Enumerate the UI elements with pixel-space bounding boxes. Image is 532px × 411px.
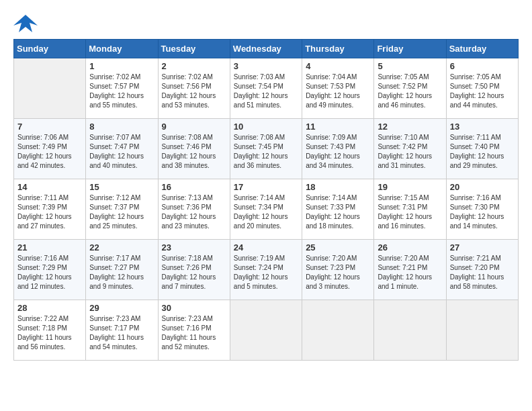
day-info: Sunrise: 7:03 AMSunset: 7:54 PMDaylight:… (234, 73, 298, 110)
day-info: Sunrise: 7:04 AMSunset: 7:53 PMDaylight:… (306, 73, 370, 110)
calendar-cell: 20Sunrise: 7:16 AMSunset: 7:30 PMDayligh… (446, 179, 518, 240)
calendar-cell: 18Sunrise: 7:14 AMSunset: 7:33 PMDayligh… (302, 179, 374, 240)
day-info: Sunrise: 7:20 AMSunset: 7:23 PMDaylight:… (306, 254, 370, 291)
day-number: 15 (89, 182, 154, 192)
calendar-cell: 6Sunrise: 7:05 AMSunset: 7:50 PMDaylight… (446, 58, 518, 119)
day-info: Sunrise: 7:09 AMSunset: 7:43 PMDaylight:… (306, 133, 370, 171)
calendar-cell: 26Sunrise: 7:20 AMSunset: 7:21 PMDayligh… (374, 240, 446, 300)
calendar-cell: 30Sunrise: 7:23 AMSunset: 7:16 PMDayligh… (158, 300, 230, 361)
day-info: Sunrise: 7:08 AMSunset: 7:46 PMDaylight:… (162, 133, 226, 171)
day-info: Sunrise: 7:14 AMSunset: 7:33 PMDaylight:… (306, 193, 370, 231)
calendar-cell: 27Sunrise: 7:21 AMSunset: 7:20 PMDayligh… (446, 240, 518, 300)
day-number: 23 (162, 242, 226, 253)
day-info: Sunrise: 7:06 AMSunset: 7:49 PMDaylight:… (17, 133, 82, 171)
calendar-cell (230, 300, 302, 361)
logo-bird-icon (13, 13, 38, 34)
calendar-cell: 3Sunrise: 7:03 AMSunset: 7:54 PMDaylight… (230, 58, 302, 119)
day-number: 11 (306, 122, 370, 132)
page-header (13, 13, 519, 34)
weekday-header: Friday (374, 40, 446, 58)
day-info: Sunrise: 7:12 AMSunset: 7:37 PMDaylight:… (89, 193, 154, 231)
calendar-cell: 1Sunrise: 7:02 AMSunset: 7:57 PMDaylight… (86, 58, 158, 119)
calendar-cell: 17Sunrise: 7:14 AMSunset: 7:34 PMDayligh… (230, 179, 302, 240)
day-info: Sunrise: 7:02 AMSunset: 7:56 PMDaylight:… (162, 73, 226, 110)
weekday-header: Thursday (302, 40, 374, 58)
day-info: Sunrise: 7:17 AMSunset: 7:27 PMDaylight:… (89, 254, 154, 291)
day-number: 21 (17, 242, 82, 253)
day-info: Sunrise: 7:05 AMSunset: 7:50 PMDaylight:… (450, 73, 515, 110)
calendar-cell (14, 58, 86, 119)
weekday-header-row: SundayMondayTuesdayWednesdayThursdayFrid… (14, 40, 519, 58)
day-info: Sunrise: 7:23 AMSunset: 7:17 PMDaylight:… (89, 314, 154, 352)
calendar-week-row: 14Sunrise: 7:11 AMSunset: 7:39 PMDayligh… (14, 179, 519, 240)
day-info: Sunrise: 7:11 AMSunset: 7:40 PMDaylight:… (450, 133, 515, 171)
calendar-cell: 16Sunrise: 7:13 AMSunset: 7:36 PMDayligh… (158, 179, 230, 240)
day-info: Sunrise: 7:08 AMSunset: 7:45 PMDaylight:… (234, 133, 298, 171)
day-number: 10 (234, 122, 298, 132)
day-number: 29 (89, 303, 154, 313)
day-info: Sunrise: 7:16 AMSunset: 7:29 PMDaylight:… (17, 254, 82, 291)
calendar-cell (302, 300, 374, 361)
calendar-cell: 24Sunrise: 7:19 AMSunset: 7:24 PMDayligh… (230, 240, 302, 300)
calendar-cell: 7Sunrise: 7:06 AMSunset: 7:49 PMDaylight… (14, 119, 86, 179)
day-number: 3 (234, 61, 298, 71)
day-number: 26 (378, 242, 442, 253)
day-info: Sunrise: 7:05 AMSunset: 7:52 PMDaylight:… (378, 73, 442, 110)
day-info: Sunrise: 7:21 AMSunset: 7:20 PMDaylight:… (450, 254, 515, 291)
day-info: Sunrise: 7:23 AMSunset: 7:16 PMDaylight:… (162, 314, 226, 352)
calendar-cell: 22Sunrise: 7:17 AMSunset: 7:27 PMDayligh… (86, 240, 158, 300)
calendar-cell: 25Sunrise: 7:20 AMSunset: 7:23 PMDayligh… (302, 240, 374, 300)
logo (13, 13, 40, 34)
calendar-week-row: 28Sunrise: 7:22 AMSunset: 7:18 PMDayligh… (14, 300, 519, 361)
calendar-cell: 29Sunrise: 7:23 AMSunset: 7:17 PMDayligh… (86, 300, 158, 361)
calendar-table: SundayMondayTuesdayWednesdayThursdayFrid… (13, 39, 519, 361)
day-info: Sunrise: 7:20 AMSunset: 7:21 PMDaylight:… (378, 254, 442, 291)
day-number: 28 (17, 303, 82, 313)
calendar-week-row: 7Sunrise: 7:06 AMSunset: 7:49 PMDaylight… (14, 119, 519, 179)
day-number: 17 (234, 182, 298, 192)
calendar-cell: 15Sunrise: 7:12 AMSunset: 7:37 PMDayligh… (86, 179, 158, 240)
day-number: 14 (17, 182, 82, 192)
day-number: 5 (378, 61, 442, 71)
calendar-cell: 9Sunrise: 7:08 AMSunset: 7:46 PMDaylight… (158, 119, 230, 179)
calendar-cell: 11Sunrise: 7:09 AMSunset: 7:43 PMDayligh… (302, 119, 374, 179)
day-number: 30 (162, 303, 226, 313)
day-number: 27 (450, 242, 515, 253)
calendar-cell: 10Sunrise: 7:08 AMSunset: 7:45 PMDayligh… (230, 119, 302, 179)
calendar-cell: 2Sunrise: 7:02 AMSunset: 7:56 PMDaylight… (158, 58, 230, 119)
calendar-cell (374, 300, 446, 361)
calendar-week-row: 1Sunrise: 7:02 AMSunset: 7:57 PMDaylight… (14, 58, 519, 119)
calendar-cell: 5Sunrise: 7:05 AMSunset: 7:52 PMDaylight… (374, 58, 446, 119)
day-number: 2 (162, 61, 226, 71)
weekday-header: Sunday (14, 40, 86, 58)
day-number: 4 (306, 61, 370, 71)
weekday-header: Wednesday (230, 40, 302, 58)
calendar-cell: 28Sunrise: 7:22 AMSunset: 7:18 PMDayligh… (14, 300, 86, 361)
calendar-cell: 19Sunrise: 7:15 AMSunset: 7:31 PMDayligh… (374, 179, 446, 240)
day-info: Sunrise: 7:22 AMSunset: 7:18 PMDaylight:… (17, 314, 82, 352)
weekday-header: Monday (86, 40, 158, 58)
day-info: Sunrise: 7:11 AMSunset: 7:39 PMDaylight:… (17, 193, 82, 231)
day-info: Sunrise: 7:02 AMSunset: 7:57 PMDaylight:… (89, 73, 154, 110)
calendar-cell: 13Sunrise: 7:11 AMSunset: 7:40 PMDayligh… (446, 119, 518, 179)
day-number: 18 (306, 182, 370, 192)
day-info: Sunrise: 7:10 AMSunset: 7:42 PMDaylight:… (378, 133, 442, 171)
svg-marker-0 (13, 15, 38, 32)
day-number: 25 (306, 242, 370, 253)
calendar-cell: 12Sunrise: 7:10 AMSunset: 7:42 PMDayligh… (374, 119, 446, 179)
day-info: Sunrise: 7:14 AMSunset: 7:34 PMDaylight:… (234, 193, 298, 231)
day-number: 7 (17, 122, 82, 132)
day-number: 1 (89, 61, 154, 71)
day-number: 19 (378, 182, 442, 192)
day-number: 13 (450, 122, 515, 132)
calendar-cell: 14Sunrise: 7:11 AMSunset: 7:39 PMDayligh… (14, 179, 86, 240)
calendar-cell: 4Sunrise: 7:04 AMSunset: 7:53 PMDaylight… (302, 58, 374, 119)
day-info: Sunrise: 7:16 AMSunset: 7:30 PMDaylight:… (450, 193, 515, 231)
day-info: Sunrise: 7:18 AMSunset: 7:26 PMDaylight:… (162, 254, 226, 291)
calendar-cell: 23Sunrise: 7:18 AMSunset: 7:26 PMDayligh… (158, 240, 230, 300)
day-number: 24 (234, 242, 298, 253)
day-number: 16 (162, 182, 226, 192)
day-number: 8 (89, 122, 154, 132)
weekday-header: Tuesday (158, 40, 230, 58)
day-number: 22 (89, 242, 154, 253)
